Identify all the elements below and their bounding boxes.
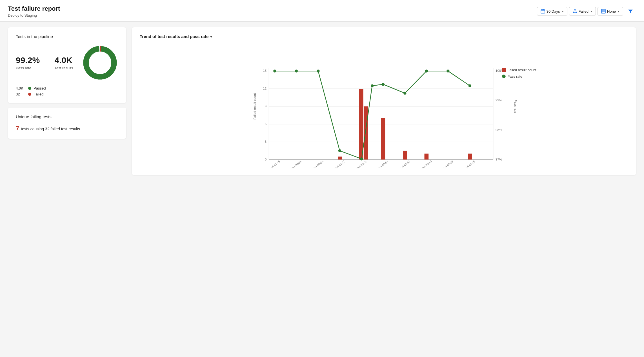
- dot-5: [371, 84, 374, 87]
- svg-point-4: [574, 12, 574, 12]
- svg-text:2024-02-24: 2024-02-24: [311, 160, 324, 169]
- svg-point-9: [86, 49, 114, 77]
- legend-passed: 4.0K Passed: [16, 86, 118, 90]
- group-filter-label: None: [607, 9, 616, 14]
- pipeline-card: Tests in the pipeline 99.2% Pass rate 4.…: [8, 27, 126, 103]
- pass-rate-value: 99.2%: [16, 55, 43, 65]
- unique-failing-card: Unique failing tests 7 tests causing 32 …: [8, 108, 126, 139]
- svg-text:12: 12: [263, 87, 267, 90]
- svg-text:15: 15: [263, 69, 267, 73]
- y-left-label: Failed result count: [253, 93, 256, 120]
- bar-0: [338, 157, 342, 159]
- svg-text:97%: 97%: [496, 158, 502, 161]
- bar-3: [381, 118, 385, 160]
- svg-text:0: 0: [265, 158, 267, 161]
- svg-text:2024-03-10: 2024-03-10: [419, 160, 432, 169]
- passed-label: Passed: [34, 86, 46, 90]
- passed-dot: [28, 87, 31, 90]
- legend-failed: 32 Failed: [16, 92, 118, 96]
- filter-icon: [628, 8, 633, 14]
- group-chevron: ▾: [618, 10, 619, 13]
- flask-icon: [573, 9, 577, 14]
- svg-text:2024-02-21: 2024-02-21: [289, 160, 302, 169]
- bar-6: [468, 154, 472, 160]
- dot-2: [317, 70, 319, 72]
- chart-legend: 4.0K Passed 32 Failed: [16, 86, 118, 96]
- failed-label: Failed: [34, 92, 43, 96]
- failed-dot: [28, 93, 31, 96]
- legend-pass-text: Pass rate: [507, 75, 522, 79]
- pass-rate-label: Pass rate: [16, 66, 43, 70]
- dot-7: [403, 92, 406, 95]
- legend-pass-dot: [502, 75, 506, 78]
- pipeline-card-title: Tests in the pipeline: [16, 34, 118, 39]
- failed-count: 32: [16, 92, 26, 96]
- svg-text:2024-03-07: 2024-03-07: [398, 160, 411, 169]
- passed-count: 4.0K: [16, 86, 26, 90]
- group-filter-button[interactable]: None ▾: [598, 7, 623, 15]
- svg-text:2024-03-04: 2024-03-04: [376, 160, 389, 169]
- top-bar: Test failure report Deploy to Staging 30…: [0, 0, 644, 22]
- chart-title: Trend of test results and pass rate: [140, 34, 208, 39]
- test-results-value: 4.0K: [55, 55, 82, 65]
- unique-failing-title: Unique failing tests: [16, 114, 118, 119]
- bar-4: [403, 151, 407, 160]
- toolbar-right: 30 Days ▾ Failed ▾ None ▾: [537, 7, 636, 16]
- dot-9: [447, 70, 449, 72]
- unique-failing-description: tests causing 32 failed test results: [21, 127, 80, 131]
- left-panel: Tests in the pipeline 99.2% Pass rate 4.…: [8, 27, 126, 175]
- y-right-label: Pass rate: [514, 100, 517, 113]
- chart-area: Failed result count Pass rate 0: [140, 44, 628, 168]
- svg-text:2024-02-18: 2024-02-18: [268, 160, 281, 169]
- trend-chart-card: Trend of test results and pass rate ▾ Fa…: [132, 27, 636, 175]
- dot-0: [273, 70, 276, 72]
- days-filter-label: 30 Days: [547, 9, 560, 14]
- bar-5: [425, 154, 429, 160]
- dot-10: [468, 84, 471, 87]
- svg-text:98%: 98%: [496, 128, 502, 131]
- calendar-icon: [541, 9, 545, 14]
- status-filter-button[interactable]: Failed ▾: [569, 7, 596, 15]
- status-chevron: ▾: [590, 10, 592, 13]
- status-filter-label: Failed: [579, 9, 589, 14]
- unique-failing-count: 7: [16, 125, 19, 132]
- days-filter-button[interactable]: 30 Days ▾: [537, 7, 567, 15]
- dot-3: [338, 149, 341, 152]
- table-icon: [601, 9, 606, 14]
- svg-text:2024-03-01: 2024-03-01: [354, 160, 367, 169]
- page-title: Test failure report: [8, 5, 60, 12]
- chart-title-chevron[interactable]: ▾: [210, 34, 212, 39]
- svg-text:2024-03-16: 2024-03-16: [463, 160, 476, 169]
- legend-failed-box: [502, 68, 506, 72]
- svg-rect-5: [601, 9, 605, 13]
- page-subtitle: Deploy to Staging: [8, 13, 60, 17]
- legend-failed-text: Failed result count: [507, 68, 536, 72]
- svg-rect-0: [541, 10, 545, 13]
- dot-8: [425, 70, 428, 72]
- chart-title-row: Trend of test results and pass rate ▾: [140, 34, 628, 39]
- svg-text:99%: 99%: [496, 99, 502, 102]
- filter-icon-button[interactable]: [625, 7, 636, 16]
- trend-svg: Failed result count Pass rate 0: [140, 44, 628, 168]
- bar-2: [364, 106, 368, 160]
- dot-6: [382, 83, 385, 86]
- svg-text:2024-03-13: 2024-03-13: [441, 160, 454, 169]
- test-results-block: 4.0K Test results: [49, 55, 82, 70]
- donut-chart: [82, 44, 118, 81]
- pass-rate-block: 99.2% Pass rate: [16, 55, 49, 70]
- test-results-label: Test results: [55, 66, 82, 70]
- days-chevron: ▾: [562, 10, 564, 13]
- svg-text:2024-02-27: 2024-02-27: [333, 160, 346, 169]
- svg-text:6: 6: [265, 122, 267, 126]
- svg-text:3: 3: [265, 140, 267, 143]
- svg-text:9: 9: [265, 105, 267, 108]
- dot-4: [360, 158, 363, 160]
- pass-rate-line: [275, 71, 470, 159]
- page-header: Test failure report Deploy to Staging: [8, 5, 60, 17]
- main-content: Tests in the pipeline 99.2% Pass rate 4.…: [0, 22, 644, 181]
- dot-1: [295, 70, 298, 72]
